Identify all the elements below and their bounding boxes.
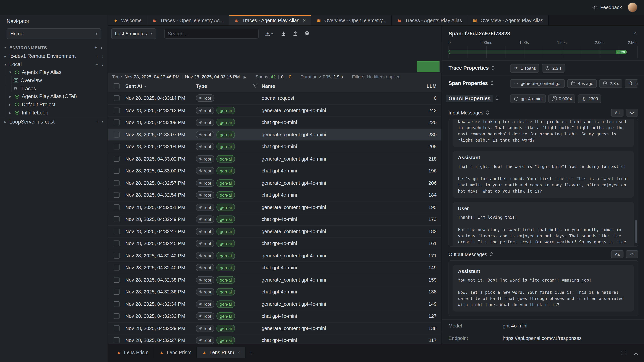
more-actions-icon[interactable]: › [101,45,103,50]
tab-close-icon[interactable]: × [238,350,240,356]
fullscreen-icon[interactable] [621,350,626,357]
add-panel-button[interactable]: + [246,347,256,358]
time-range-select[interactable]: Last 5 minutes ▾ [111,28,156,39]
expand-collapse-icon[interactable] [491,64,494,72]
add-icon[interactable]: + [96,61,98,67]
table-row[interactable]: Nov 28, 2025, 04:33:12 PM ◉rootgen-ai ge… [108,104,442,116]
collapse-panel-icon[interactable] [634,350,638,357]
table-row[interactable]: Nov 28, 2025, 04:33:04 PM ◉rootgen-ai ch… [108,141,442,153]
property-badge[interactable]: 2.3 s [542,64,565,72]
table-row[interactable]: Nov 28, 2025, 04:32:34 PM ◉rootgen-ai ge… [108,298,442,310]
table-row[interactable]: Nov 28, 2025, 04:32:45 PM ◉rootgen-ai ch… [108,238,442,250]
table-row[interactable]: Nov 28, 2025, 04:33:02 PM ◉rootgen-ai ge… [108,153,442,165]
row-checkbox[interactable] [114,216,120,222]
search-input[interactable] [164,29,258,38]
tree-item[interactable]: ▸Default Project [0,100,108,109]
property-badge[interactable]: {}54 [625,79,638,87]
row-checkbox[interactable] [114,313,120,319]
table-row[interactable]: Nov 28, 2025, 04:32:27 PM ◉rootgen-ai ch… [108,335,442,344]
feedback-button[interactable]: Feedback [592,4,622,10]
table-row[interactable]: Nov 28, 2025, 04:33:09 PM ◉rootgen-ai ch… [108,117,442,129]
expand-messages-icon[interactable] [490,251,493,258]
tree-item[interactable]: ▸lc-dev1 Remote Environment+› [0,52,108,60]
table-row[interactable]: Nov 28, 2025, 04:32:36 PM ◉rootgen-ai ch… [108,286,442,298]
chevron-right-icon[interactable]: ▸ [3,54,8,58]
row-checkbox[interactable] [114,338,120,343]
tree-item[interactable]: Overview [0,76,108,84]
editor-tab[interactable]: ◆Welcome [108,15,147,25]
table-row[interactable]: Nov 28, 2025, 04:32:40 PM ◉rootgen-ai ch… [108,262,442,274]
column-header-type[interactable]: Type [196,83,262,89]
row-checkbox[interactable] [114,168,120,174]
column-header-sent-at[interactable]: Sent At▾ [125,83,196,89]
table-row[interactable]: Nov 28, 2025, 04:33:07 PM ◉rootgen-ai ge… [108,129,442,141]
chevron-down-icon[interactable]: ▾ [3,62,8,66]
column-header-name[interactable]: Name [262,83,364,89]
bottom-tab[interactable]: ▲Lens Prism [111,347,154,358]
table-row[interactable]: Nov 28, 2025, 04:32:42 PM ◉rootgen-ai ge… [108,250,442,262]
input-messages-container[interactable]: Thank you! I'm really having a blast wit… [448,119,638,247]
tree-item[interactable]: ▸Agents Play Alias (OTel) [0,92,108,100]
code-view-button[interactable]: <> [626,250,638,258]
row-checkbox[interactable] [114,192,120,198]
table-row[interactable]: Nov 28, 2025, 04:32:51 PM ◉rootgen-ai ge… [108,201,442,213]
select-all-checkbox[interactable] [114,83,120,89]
editor-tab[interactable]: ≋Traces - OpenTelemetry As... [147,15,229,25]
row-checkbox[interactable] [114,180,120,186]
property-badge[interactable]: ≋1 spans [510,64,539,72]
row-checkbox[interactable] [114,289,120,295]
property-badge[interactable]: $0.0004 [548,94,575,103]
text-view-button[interactable]: Aa [611,109,623,117]
row-checkbox[interactable] [114,277,120,283]
add-environment-icon[interactable]: + [94,45,98,50]
output-messages-container[interactable]: AssistantYou got it, Bob! The word is "i… [448,260,638,316]
user-avatar[interactable] [628,2,638,12]
property-badge[interactable]: ◎2309 [578,94,601,103]
table-row[interactable]: Nov 28, 2025, 04:32:38 PM ◉rootgen-ai ge… [108,274,442,286]
chevron-right-icon[interactable]: ▸ [8,94,12,98]
table-row[interactable]: Nov 28, 2025, 04:32:32 PM ◉rootgen-ai ch… [108,310,442,322]
tree-item[interactable]: ▸LoopServer-us-east+› [0,118,108,126]
table-row[interactable]: Nov 28, 2025, 04:32:54 PM ◉rootgen-ai ch… [108,189,442,201]
table-row[interactable]: Nov 28, 2025, 04:33:14 PM ◉root openai r… [108,92,442,104]
play-icon[interactable]: ▶ [244,75,246,79]
tree-item[interactable]: ▾Local+› [0,60,108,68]
trace-activity-chart[interactable] [108,41,442,73]
more-actions-icon[interactable]: › [102,61,104,67]
environments-section-header[interactable]: ▾ ENVIRONMENTS + › [0,43,108,52]
more-actions-icon[interactable]: › [102,53,104,59]
chevron-down-icon[interactable]: ▾ [8,70,12,74]
chevron-right-icon[interactable]: ▸ [8,103,12,107]
row-checkbox[interactable] [114,253,120,258]
chevron-right-icon[interactable]: ▸ [8,111,12,115]
expand-collapse-icon[interactable] [490,80,494,87]
filter-icon[interactable] [253,83,258,89]
span-duration-bar[interactable]: 2.36s [448,50,627,54]
table-row[interactable]: Nov 28, 2025, 04:33:00 PM ◉rootgen-ai ch… [108,165,442,177]
tab-close-icon[interactable]: × [303,17,306,23]
editor-tab[interactable]: ≋Traces - Agents Play Alias× [229,15,311,25]
download-button[interactable] [280,31,286,36]
editor-tab[interactable]: ≋Traces - Agents Play Alias [392,15,467,25]
tree-item[interactable]: ▾Agents Play Alias [0,68,108,76]
add-icon[interactable]: + [96,119,98,125]
upload-button[interactable] [292,31,298,36]
row-checkbox[interactable] [114,132,120,137]
table-row[interactable]: Nov 28, 2025, 04:32:47 PM ◉rootgen-ai ge… [108,226,442,238]
row-checkbox[interactable] [114,204,120,210]
editor-tab[interactable]: ▦Overview - OpenTelemetry... [311,15,392,25]
expand-collapse-icon[interactable] [496,95,499,102]
tree-item[interactable]: ≋Traces [0,84,108,92]
scrollbar-thumb[interactable] [636,220,637,243]
add-icon[interactable]: + [96,53,98,59]
table-row[interactable]: Nov 28, 2025, 04:32:29 PM ◉rootgen-ai ge… [108,323,442,335]
property-badge[interactable]: gpt-4o-mini [510,94,546,103]
close-icon[interactable]: × [632,30,638,36]
chevron-right-icon[interactable]: ▸ [3,120,8,124]
property-badge[interactable]: 2.3 s [599,79,622,87]
row-checkbox[interactable] [114,241,120,246]
row-checkbox[interactable] [114,119,120,125]
scope-select[interactable]: Home ▾ [6,28,101,39]
bottom-tab[interactable]: ▲Lens Prism [154,347,197,358]
alerts-dropdown[interactable]: ⚠ ▾ [265,30,273,37]
